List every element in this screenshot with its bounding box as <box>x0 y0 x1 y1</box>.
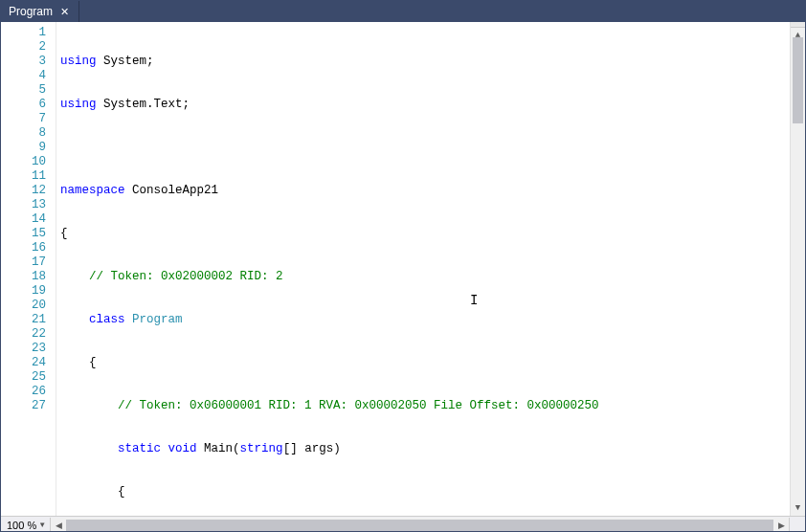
scroll-thumb-horizontal[interactable] <box>66 520 773 531</box>
tab-title: Program <box>9 5 53 18</box>
editor: 123 456 789 101112 131415 161718 192021 … <box>1 22 805 516</box>
close-icon[interactable]: ✕ <box>58 6 71 18</box>
scroll-left-icon[interactable]: ◀ <box>51 521 66 530</box>
zoom-value: 100 % <box>7 520 36 531</box>
scroll-right-icon[interactable]: ▶ <box>773 521 789 530</box>
horizontal-scrollbar[interactable]: ◀ ▶ <box>50 518 790 533</box>
tab-bar: Program ✕ <box>1 1 805 22</box>
chevron-down-icon: ▼ <box>38 521 46 529</box>
zoom-dropdown[interactable]: 100 % ▼ <box>1 520 50 531</box>
code-area[interactable]: using System; using System.Text; namespa… <box>56 22 790 516</box>
line-number-gutter: 123 456 789 101112 131415 161718 192021 … <box>1 22 56 516</box>
vertical-scrollbar[interactable]: ▲ ▼ <box>790 22 805 516</box>
text-cursor-icon: I <box>470 294 478 308</box>
scroll-thumb-vertical[interactable] <box>793 37 803 123</box>
tab-program[interactable]: Program ✕ <box>1 1 79 22</box>
scroll-down-icon[interactable]: ▼ <box>791 500 805 516</box>
status-bar: 100 % ▼ ◀ ▶ <box>1 516 805 532</box>
